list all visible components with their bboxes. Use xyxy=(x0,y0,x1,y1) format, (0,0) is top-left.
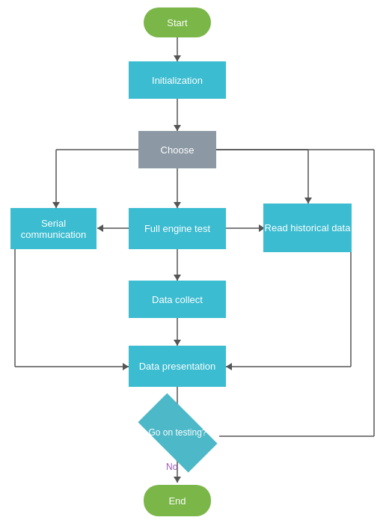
svg-marker-11 xyxy=(304,198,312,204)
svg-marker-8 xyxy=(52,202,60,208)
svg-marker-5 xyxy=(174,202,181,208)
full-engine-label: Full engine test xyxy=(144,223,210,234)
svg-marker-19 xyxy=(174,340,181,346)
svg-marker-22 xyxy=(123,363,129,370)
svg-marker-13 xyxy=(97,224,103,232)
svg-marker-17 xyxy=(174,275,181,281)
svg-marker-3 xyxy=(174,125,181,131)
choose-label: Choose xyxy=(161,144,195,156)
svg-marker-29 xyxy=(174,477,181,483)
end-label: End xyxy=(168,495,186,507)
full-engine-node: Full engine test xyxy=(129,208,226,249)
start-label: Start xyxy=(167,17,187,28)
flowchart: Start Initialization Choose Serial commu… xyxy=(0,0,392,532)
no-label: No xyxy=(166,462,177,472)
choose-node: Choose xyxy=(138,131,216,168)
serial-comm-node: Serial communication xyxy=(10,208,97,249)
svg-marker-1 xyxy=(174,55,181,61)
svg-marker-25 xyxy=(226,363,232,370)
init-node: Initialization xyxy=(129,61,226,99)
read-hist-label: Read historical data xyxy=(265,222,351,233)
go-testing-label: Go on testing? xyxy=(148,427,206,438)
start-node: Start xyxy=(144,7,211,37)
data-collect-label: Data collect xyxy=(152,294,203,305)
data-present-label: Data presentation xyxy=(139,361,216,372)
serial-comm-label: Serial communication xyxy=(10,218,97,240)
end-node: End xyxy=(144,485,211,516)
go-testing-node: Go on testing? xyxy=(127,406,228,459)
read-hist-node: Read historical data xyxy=(263,204,352,252)
data-present-node: Data presentation xyxy=(129,346,226,387)
data-collect-node: Data collect xyxy=(129,281,226,318)
init-label: Initialization xyxy=(152,75,203,86)
